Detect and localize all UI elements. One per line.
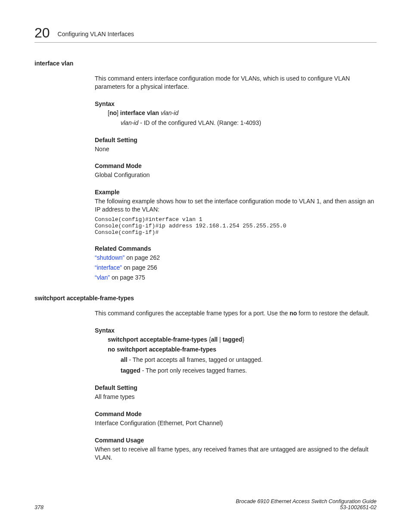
syntax-line: switchport acceptable-frame-types {all |… (108, 336, 377, 344)
text: | (218, 336, 222, 343)
related-link-vlan: “vlan” on page 375 (95, 274, 377, 282)
text: } (243, 336, 245, 343)
page: 20 Configuring VLAN Interfaces interface… (0, 0, 411, 532)
command-name: switchport acceptable-frame-types (34, 295, 377, 302)
command-mode-heading: Command Mode (95, 162, 377, 169)
related-commands-heading: Related Commands (95, 245, 377, 252)
text: on page 375 (110, 274, 145, 281)
command-name: interface vlan (34, 60, 377, 67)
example-code: Console(config)#interface vlan 1 Console… (95, 216, 377, 236)
text: on page 262 (125, 254, 160, 261)
text: - ID of the configured VLAN. (Range: 1-4… (138, 119, 261, 126)
command-description: This command configures the acceptable f… (95, 309, 377, 317)
text: no (290, 310, 297, 317)
text: interface vlan (120, 109, 159, 116)
text: vlan-id (159, 109, 178, 116)
chapter-number: 20 (34, 26, 50, 40)
link-text[interactable]: “vlan” (95, 274, 110, 281)
command-usage-heading: Command Usage (95, 437, 377, 444)
text: tagged (121, 367, 140, 374)
option-tagged: tagged - The port only receives tagged f… (121, 367, 377, 375)
syntax-heading: Syntax (95, 327, 377, 334)
text: no (109, 109, 117, 116)
example-description: The following example shows how to set t… (95, 197, 377, 214)
text: - The port accepts all frames, tagged or… (128, 356, 263, 363)
default-setting-heading: Default Setting (95, 384, 377, 391)
doc-number: 53-1002651-02 (236, 504, 377, 510)
text: { (207, 336, 211, 343)
doc-title: Brocade 6910 Ethernet Access Switch Conf… (236, 498, 377, 504)
syntax-heading: Syntax (95, 100, 377, 107)
command-mode-heading: Command Mode (95, 411, 377, 417)
footer-doc-info: Brocade 6910 Ethernet Access Switch Conf… (236, 498, 377, 510)
page-footer: 378 Brocade 6910 Ethernet Access Switch … (34, 498, 377, 510)
link-text[interactable]: “shutdown” (95, 254, 125, 261)
related-link-interface: “interface” on page 256 (95, 264, 377, 272)
example-heading: Example (95, 189, 377, 196)
option-all: all - The port accepts all frames, tagge… (121, 356, 377, 364)
text: This command configures the acceptable f… (95, 310, 290, 317)
syntax-line: [no] interface vlan vlan-id (108, 109, 377, 117)
link-text[interactable]: “interface” (95, 264, 122, 271)
text: on page 256 (122, 264, 157, 271)
text: tagged (223, 336, 243, 343)
page-number: 378 (34, 504, 44, 510)
command-mode-value: Global Configuration (95, 171, 377, 179)
syntax-no-form: no switchport acceptable-frame-types (108, 345, 377, 354)
chapter-title: Configuring VLAN Interfaces (58, 31, 134, 37)
text: - The port only receives tagged frames. (140, 367, 247, 374)
text: all (121, 356, 128, 363)
related-link-shutdown: “shutdown” on page 262 (95, 254, 377, 262)
default-setting-heading: Default Setting (95, 137, 377, 143)
command-mode-value: Interface Configuration (Ethernet, Port … (95, 419, 377, 427)
command-section-switchport-acceptable-frame-types: switchport acceptable-frame-types This c… (34, 295, 377, 462)
text: ] (117, 109, 120, 116)
default-setting-value: None (95, 145, 377, 153)
command-description: This command enters interface configurat… (95, 75, 377, 91)
command-usage-value: When set to receive all frame types, any… (95, 445, 377, 462)
text: vlan-id (121, 119, 138, 126)
command-section-interface-vlan: interface vlan This command enters inter… (34, 60, 377, 282)
text: switchport acceptable-frame-types (108, 336, 207, 343)
default-setting-value: All frame types (95, 393, 377, 401)
text: all (211, 336, 218, 343)
text: form to restore the default. (297, 310, 369, 317)
page-header: 20 Configuring VLAN Interfaces (34, 26, 377, 43)
syntax-arg-desc: vlan-id - ID of the configured VLAN. (Ra… (121, 119, 377, 127)
